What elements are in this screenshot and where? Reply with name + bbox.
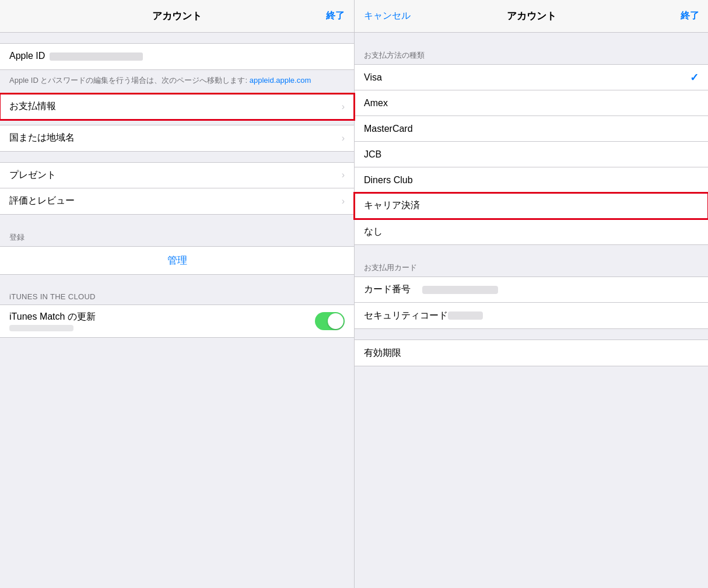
region-label: 国または地域名 [9, 132, 342, 144]
manage-cell[interactable]: 管理 [0, 246, 354, 275]
cancel-button[interactable]: キャンセル [364, 10, 411, 22]
left-panel: アカウント 終了 Apple ID Apple ID とパスワードの編集を行う場… [0, 0, 354, 588]
payment-info-cell[interactable]: お支払情報 › [0, 94, 354, 120]
right-spacer-3 [355, 329, 708, 340]
card-number-cell[interactable]: カード番号 [355, 277, 708, 303]
card-number-value-blurred [422, 286, 498, 294]
payment-type-header: お支払方法の種類 [355, 43, 708, 64]
left-done-button[interactable]: 終了 [326, 10, 345, 22]
payment-group: お支払情報 › [0, 93, 354, 120]
payment-type-cell-4[interactable]: Diners Club [355, 167, 708, 193]
checkmark-icon-0: ✓ [690, 71, 699, 84]
apple-id-value-blurred [50, 52, 143, 61]
manage-button[interactable]: 管理 [167, 254, 187, 267]
itunes-match-toggle[interactable] [315, 312, 345, 330]
spacer-3 [0, 152, 354, 162]
right-done-button[interactable]: 終了 [681, 10, 699, 22]
itunes-match-cell: iTunes Match の更新 [0, 304, 354, 338]
review-label: 評価とレビュー [9, 195, 342, 207]
region-chevron: › [342, 133, 345, 144]
review-chevron: › [342, 196, 345, 206]
gift-label: プレゼント [9, 169, 342, 181]
payment-info-label: お支払情報 [9, 100, 342, 113]
apple-id-label: Apple ID [9, 51, 45, 61]
payment-type-cell-0[interactable]: Visa✓ [355, 65, 708, 90]
expiry-label: 有効期限 [364, 347, 422, 359]
payment-type-label-0: Visa [364, 72, 690, 83]
payment-type-cell-5[interactable]: キャリア決済 [355, 193, 708, 219]
security-code-label: セキュリティコード [364, 310, 448, 322]
left-nav-bar: アカウント 終了 [0, 0, 354, 33]
left-nav-title: アカウント [152, 9, 202, 23]
expiry-group: 有効期限 [355, 340, 708, 366]
subscription-header: 登録 [0, 225, 354, 246]
review-cell[interactable]: 評価とレビュー › [0, 188, 354, 214]
spacer-5 [0, 275, 354, 285]
payment-type-cell-6[interactable]: なし [355, 219, 708, 244]
spacer-6 [0, 338, 354, 348]
spacer-2 [0, 120, 354, 125]
apple-id-link[interactable]: appleid.apple.com [250, 76, 311, 85]
payment-type-cell-3[interactable]: JCB [355, 142, 708, 167]
itunes-match-sub-blurred [9, 325, 73, 331]
spacer-4 [0, 215, 354, 225]
payment-type-label-3: JCB [364, 149, 699, 160]
payment-type-label-6: なし [364, 226, 699, 238]
security-code-cell[interactable]: セキュリティコード [355, 303, 708, 328]
payment-type-cell-2[interactable]: MasterCard [355, 116, 708, 142]
itunes-cloud-header: iTUNES IN THE CLOUD [0, 285, 354, 304]
apple-id-cell: Apple ID [0, 43, 354, 70]
payment-type-label-4: Diners Club [364, 175, 699, 186]
payment-types-group: Visa✓AmexMasterCardJCBDiners Clubキャリア決済な… [355, 64, 708, 245]
spacer-1 [0, 33, 354, 43]
gift-chevron: › [342, 170, 345, 180]
gift-cell[interactable]: プレゼント › [0, 163, 354, 188]
right-spacer-2 [355, 245, 708, 256]
toggle-knob [328, 313, 344, 329]
card-section-header: お支払用カード [355, 256, 708, 276]
right-nav-bar: キャンセル アカウント 終了 [355, 0, 708, 33]
region-group: 国または地域名 › [0, 125, 354, 152]
itunes-match-label: iTunes Match の更新 [9, 311, 315, 323]
card-fields-group: カード番号 セキュリティコード [355, 276, 708, 329]
region-cell[interactable]: 国または地域名 › [0, 125, 354, 151]
gift-review-group: プレゼント › 評価とレビュー › [0, 162, 354, 215]
payment-type-label-5: キャリア決済 [364, 200, 699, 212]
right-spacer-1 [355, 33, 708, 43]
payment-type-label-1: Amex [364, 98, 699, 108]
payment-info-chevron: › [342, 102, 345, 112]
itunes-match-info: iTunes Match の更新 [9, 311, 315, 331]
right-panel: キャンセル アカウント 終了 お支払方法の種類 Visa✓AmexMasterC… [354, 0, 708, 588]
card-number-label: カード番号 [364, 284, 422, 296]
expiry-cell[interactable]: 有効期限 [355, 340, 708, 366]
payment-type-cell-1[interactable]: Amex [355, 90, 708, 116]
right-nav-title: アカウント [507, 9, 556, 23]
apple-id-description: Apple ID とパスワードの編集を行う場合は、次のページへ移動します: ap… [0, 70, 354, 93]
payment-type-label-2: MasterCard [364, 124, 699, 134]
security-code-value-blurred [448, 312, 483, 320]
